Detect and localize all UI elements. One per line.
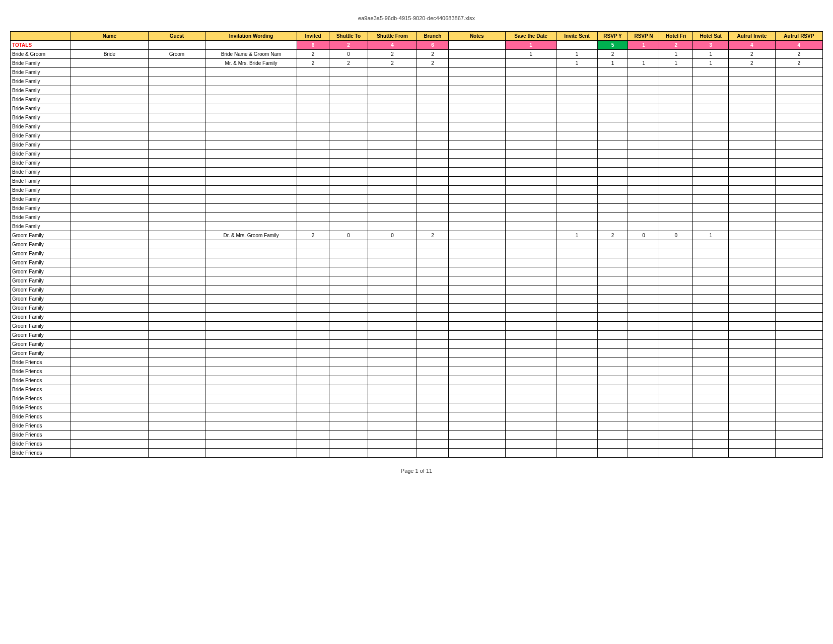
table-row: Groom Family (11, 313, 823, 322)
totals-invite-sent (557, 41, 597, 50)
category-cell: Bride Family (11, 68, 71, 77)
table-row: Groom Family (11, 267, 823, 276)
category-cell: Bride Family (11, 104, 71, 113)
category-cell: Bride Friends (11, 367, 71, 376)
header-shuttle-to: Shuttle To (329, 32, 368, 41)
header-aufruf-invite: Aufruf Invite (729, 32, 776, 41)
category-cell: Bride Family (11, 204, 71, 213)
category-cell: Bride Friends (11, 440, 71, 449)
table-row: Bride Family (11, 122, 823, 131)
category-cell: Groom Family (11, 285, 71, 295)
category-cell: Bride Family (11, 168, 71, 177)
header-notes: Notes (449, 32, 505, 41)
table-row: Bride Family (11, 195, 823, 204)
category-cell: Bride Family (11, 150, 71, 159)
header-brunch: Brunch (416, 32, 448, 41)
table-row: Groom Family (11, 276, 823, 285)
category-cell: Bride & Groom (11, 50, 71, 59)
table-row: Bride Friends (11, 358, 823, 367)
category-cell: Bride Family (11, 186, 71, 195)
table-row: Bride Family (11, 222, 823, 231)
totals-aufruf-invite: 4 (729, 41, 776, 50)
totals-name (71, 41, 149, 50)
category-cell: Bride Friends (11, 376, 71, 385)
table-row: Groom Family (11, 340, 823, 349)
header-invited: Invited (297, 32, 329, 41)
table-row: Bride Family (11, 95, 823, 104)
totals-invited: 6 (297, 41, 329, 50)
header-row: Name Guest Invitation Wording Invited Sh… (11, 32, 823, 41)
category-cell: Bride Friends (11, 394, 71, 403)
header-rsvp-y: RSVP Y (597, 32, 628, 41)
header-invite-sent: Invite Sent (557, 32, 597, 41)
table-row: Groom Family (11, 240, 823, 249)
table-row: Bride Friends (11, 431, 823, 440)
category-cell: Bride Family (11, 95, 71, 104)
table-row: Bride Family (11, 150, 823, 159)
totals-shuttle-to: 2 (329, 41, 368, 50)
totals-hotel-sat: 3 (693, 41, 729, 50)
category-cell: Bride Family (11, 213, 71, 222)
totals-rsvp-y: 5 (597, 41, 628, 50)
category-cell: Groom Family (11, 313, 71, 322)
table-row: Groom Family (11, 285, 823, 295)
table-row: Bride Friends (11, 376, 823, 385)
table-row: Groom Family (11, 304, 823, 313)
category-cell: Bride Family (11, 177, 71, 186)
table-row: Bride Family (11, 68, 823, 77)
category-cell: Bride Friends (11, 385, 71, 394)
table-row: Bride Friends (11, 385, 823, 394)
category-cell: Bride Friends (11, 358, 71, 367)
totals-aufruf-rsvp: 4 (775, 41, 822, 50)
category-cell: Groom Family (11, 322, 71, 331)
table-row: Bride Friends (11, 440, 823, 449)
table-row: Bride FamilyMr. & Mrs. Bride Family22221… (11, 59, 823, 68)
header-save-date: Save the Date (505, 32, 557, 41)
category-cell: Bride Family (11, 159, 71, 168)
table-row: Bride Friends (11, 367, 823, 376)
category-cell: Bride Family (11, 222, 71, 231)
table-row: Bride Family (11, 177, 823, 186)
category-cell: Bride Friends (11, 421, 71, 431)
table-row: Groom FamilyDr. & Mrs. Groom Family20021… (11, 231, 823, 240)
table-row: Bride & GroomBrideGroomBride Name & Groo… (11, 50, 823, 59)
category-cell: Groom Family (11, 340, 71, 349)
table-row: Bride Family (11, 104, 823, 113)
category-cell: Groom Family (11, 258, 71, 267)
category-cell: Bride Friends (11, 403, 71, 412)
header-shuttle-from: Shuttle From (368, 32, 417, 41)
table-row: Bride Friends (11, 412, 823, 421)
table-row: Bride Family (11, 113, 823, 122)
totals-label: TOTALS (11, 41, 71, 50)
table-row: Bride Family (11, 168, 823, 177)
table-row: Groom Family (11, 249, 823, 258)
table-row: Bride Family (11, 86, 823, 95)
category-cell: Bride Family (11, 86, 71, 95)
file-title: ea9ae3a5-96db-4915-9020-dec440683867.xls… (10, 15, 823, 21)
category-cell: Bride Friends (11, 431, 71, 440)
category-cell: Bride Friends (11, 449, 71, 458)
header-aufruf-rsvp: Aufruf RSVP (775, 32, 822, 41)
spreadsheet: Name Guest Invitation Wording Invited Sh… (10, 31, 823, 458)
table-row: Groom Family (11, 295, 823, 304)
category-cell: Groom Family (11, 267, 71, 276)
category-cell: Groom Family (11, 349, 71, 358)
table-row: Bride Friends (11, 421, 823, 431)
table-row: Bride Friends (11, 449, 823, 458)
category-cell: Groom Family (11, 240, 71, 249)
category-cell: Groom Family (11, 331, 71, 340)
category-cell: Bride Friends (11, 412, 71, 421)
table-row: Bride Family (11, 131, 823, 140)
totals-hotel-fri: 2 (659, 41, 693, 50)
category-cell: Groom Family (11, 276, 71, 285)
header-hotel-fri: Hotel Fri (659, 32, 693, 41)
totals-shuttle-from: 4 (368, 41, 417, 50)
category-cell: Bride Family (11, 59, 71, 68)
table-row: Bride Family (11, 77, 823, 86)
totals-save-date: 1 (505, 41, 557, 50)
header-invitation: Invitation Wording (205, 32, 297, 41)
category-cell: Bride Family (11, 131, 71, 140)
table-row: Bride Family (11, 213, 823, 222)
category-cell: Groom Family (11, 249, 71, 258)
table-row: Groom Family (11, 258, 823, 267)
